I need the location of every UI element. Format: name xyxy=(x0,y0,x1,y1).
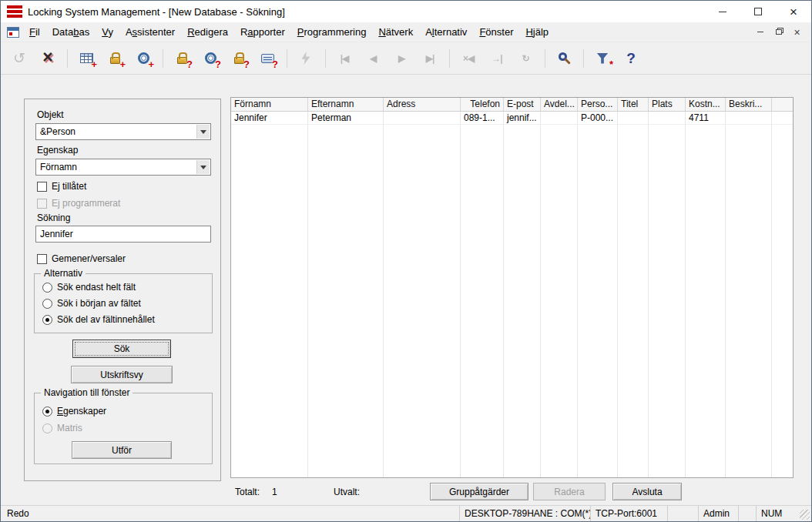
mdi-close-button[interactable]: × xyxy=(789,25,805,39)
column-header[interactable]: E-post xyxy=(504,98,541,111)
logout-button[interactable]: × xyxy=(34,45,62,72)
column-header-filler xyxy=(772,98,793,111)
mdi-minimize-button[interactable] xyxy=(752,25,768,39)
table-cell xyxy=(726,112,772,124)
new-lock-button[interactable]: + xyxy=(101,45,129,72)
column-header[interactable]: Titel xyxy=(618,98,649,111)
refresh-button: ↻ xyxy=(512,45,539,72)
column-header[interactable]: Avdel... xyxy=(541,98,578,111)
grid-body[interactable]: JenniferPeterman089-1...jennif...P-000..… xyxy=(231,112,793,477)
sok-button[interactable]: Sök xyxy=(72,340,171,358)
navigation-group: Navigation till fönster Egenskaper Matri… xyxy=(34,393,213,464)
toolbar-separator xyxy=(163,49,163,68)
menu-item-alternativ[interactable]: Alternativ xyxy=(419,26,473,38)
gemener-versaler-checkbox[interactable]: Gemener/versaler xyxy=(37,253,126,264)
gruppatgarder-button[interactable]: Gruppåtgärder xyxy=(430,483,528,500)
radio-label: Sök del av fältinnehållet xyxy=(57,314,155,325)
column-header[interactable]: Perso... xyxy=(578,98,618,111)
table-cell: jennif... xyxy=(504,112,541,124)
child-window-icon[interactable] xyxy=(7,27,19,38)
new-transponder-button[interactable]: + xyxy=(129,45,157,72)
table-cell: P-000... xyxy=(578,112,618,124)
ej-programmerat-checkbox: Ej programmerat xyxy=(37,198,120,209)
utfor-button[interactable]: Utför xyxy=(72,441,172,459)
question-badge-icon: ? xyxy=(272,59,278,69)
status-segment: NUM xyxy=(756,506,790,521)
toolbar-separator xyxy=(583,49,584,68)
menu-item-fönster[interactable]: Fönster xyxy=(473,26,519,38)
alternativ-group-title: Alternativ xyxy=(41,268,86,279)
menu-item-assistenter[interactable]: Assistenter xyxy=(119,26,181,38)
radio-icon xyxy=(42,407,52,417)
grid-column-line xyxy=(725,112,726,477)
radio-sok-del-av-faltinnehallet[interactable]: Sök del av fältinnehållet xyxy=(42,314,155,325)
status-segment xyxy=(667,506,698,521)
search-button[interactable] xyxy=(550,45,578,72)
menu-item-nätverk[interactable]: Nätverk xyxy=(372,26,419,38)
egenskap-dropdown-button[interactable] xyxy=(196,160,210,174)
grid-column-line xyxy=(648,112,649,477)
navigation-group-title: Navigation till fönster xyxy=(41,387,133,398)
grid-column-line xyxy=(771,112,772,477)
read-lock-button[interactable]: ? xyxy=(168,45,196,72)
resize-grip[interactable] xyxy=(800,510,810,520)
goto-end-button: →| xyxy=(483,45,511,72)
minimize-button[interactable] xyxy=(705,1,740,22)
status-bar: Redo DESKTOP-789HANE : COM(*)TCP-Port:60… xyxy=(1,505,811,521)
column-header[interactable]: Efternamn xyxy=(308,98,384,111)
avsluta-button[interactable]: Avsluta xyxy=(612,483,682,500)
radio-icon xyxy=(42,315,52,325)
menu-item-fil[interactable]: Fil xyxy=(23,26,46,38)
menu-item-databas[interactable]: Databas xyxy=(46,26,96,38)
plus-badge-icon: + xyxy=(148,59,154,69)
column-header[interactable]: Kostn... xyxy=(686,98,726,111)
objekt-dropdown-button[interactable] xyxy=(196,125,210,139)
grid-column-line xyxy=(383,112,384,477)
menu-item-programmering[interactable]: Programmering xyxy=(291,26,373,38)
new-locking-system-button[interactable]: + xyxy=(72,45,100,72)
menu-item-hjälp[interactable]: Hjälp xyxy=(519,26,555,38)
ej-programmerat-label: Ej programmerat xyxy=(52,198,120,209)
refresh-icon: ↻ xyxy=(522,53,528,64)
grid-column-line xyxy=(460,112,461,477)
close-button[interactable]: × xyxy=(776,1,811,22)
table-cell: 089-1... xyxy=(461,112,504,124)
maximize-button[interactable] xyxy=(740,1,776,22)
chevron-down-icon xyxy=(200,130,206,134)
menu-item-rapporter[interactable]: Rapporter xyxy=(234,26,291,38)
search-input[interactable] xyxy=(35,226,211,243)
menu-item-vy[interactable]: Vy xyxy=(96,26,119,38)
table-row[interactable]: JenniferPeterman089-1...jennif...P-000..… xyxy=(231,112,793,125)
read-transponder-button[interactable]: ? xyxy=(196,45,224,72)
ej-tillatet-checkbox[interactable]: Ej tillåtet xyxy=(37,181,86,192)
utskriftsvy-button[interactable]: Utskriftsvy xyxy=(71,366,173,383)
filter-settings-button[interactable]: * xyxy=(589,45,616,72)
help-button[interactable]: ? xyxy=(617,45,645,72)
objekt-combobox[interactable]: &Person xyxy=(35,123,211,140)
table-cell xyxy=(649,112,686,124)
table-cell: Jennifer xyxy=(231,112,308,124)
first-record-icon: |◀ xyxy=(341,53,349,64)
column-header[interactable]: Plats xyxy=(649,98,686,111)
read-mifare-lock-button[interactable]: ? xyxy=(225,45,253,72)
column-header[interactable]: Förnamn xyxy=(231,98,308,111)
grid-column-line xyxy=(685,112,686,477)
utvalt-label: Utvalt: xyxy=(334,487,360,497)
mdi-restore-button[interactable] xyxy=(770,25,787,39)
egenskap-combobox[interactable]: Förnamn xyxy=(35,159,211,176)
cancel-search-icon: ×◀ xyxy=(463,53,474,64)
read-card-button[interactable]: ? xyxy=(253,45,281,72)
column-header[interactable]: Telefon xyxy=(461,98,504,111)
menu-item-redigera[interactable]: Redigera xyxy=(181,26,234,38)
column-header[interactable]: Beskri... xyxy=(726,98,772,111)
cancel-search-button: ×◀ xyxy=(455,45,482,72)
search-icon xyxy=(559,52,567,61)
radio-egenskaper[interactable]: Egenskaper xyxy=(42,406,106,417)
question-badge-icon: ? xyxy=(215,59,221,69)
radio-sok-i-borjan-av-faltet[interactable]: Sök i början av fältet xyxy=(42,298,141,309)
radio-sok-endast-helt-falt[interactable]: Sök endast helt fält xyxy=(42,282,136,293)
mdi-window-controls: × xyxy=(752,25,811,39)
column-header[interactable]: Adress xyxy=(384,98,461,111)
plus-badge-icon: + xyxy=(119,59,126,69)
program-icon xyxy=(302,52,310,65)
